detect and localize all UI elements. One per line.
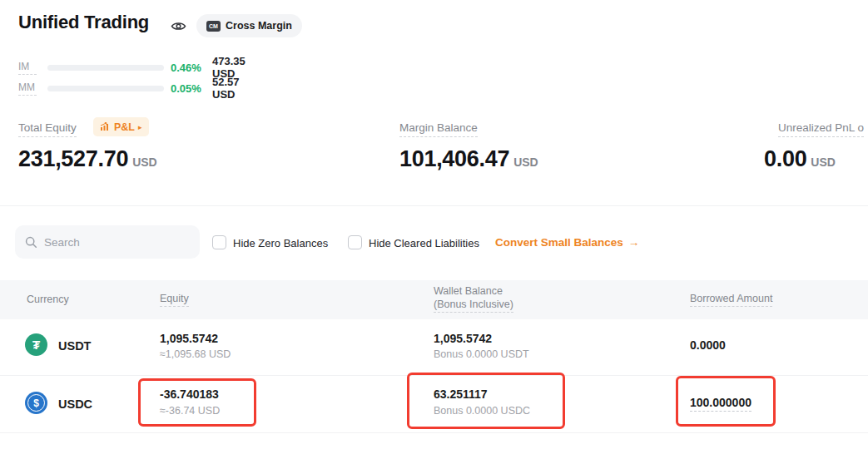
usdt-icon: ₮ <box>25 333 47 356</box>
usdt-wallet-balance: 1,095.5742 <box>434 332 492 345</box>
highlight-box-usdc-wallet <box>407 373 565 429</box>
total-equity-unit: USD <box>132 155 157 169</box>
unrealized-pnl-unit: USD <box>811 155 836 169</box>
hide-cleared-liabilities-label[interactable]: Hide Cleared Liabilities <box>369 237 479 249</box>
cross-margin-badge[interactable]: CM Cross Margin <box>196 14 302 37</box>
hide-zero-balances-checkbox[interactable] <box>212 235 226 249</box>
im-percent: 0.46% <box>171 62 201 74</box>
margin-balance-label: Margin Balance <box>399 121 478 137</box>
col-equity: Equity <box>160 293 189 307</box>
mm-label: MM <box>18 81 37 96</box>
table-header: Currency Equity Wallet Balance (Bonus In… <box>0 280 868 319</box>
total-equity-label: Total Equity <box>18 121 77 137</box>
page-title: Unified Trading <box>18 12 149 33</box>
convert-small-balances-link[interactable]: Convert Small Balances → <box>495 236 639 249</box>
arrow-right-icon: → <box>628 236 640 249</box>
unrealized-pnl-label: Unrealized PnL o <box>778 121 864 137</box>
usdt-equity-usd: ≈1,095.68 USD <box>160 348 231 360</box>
visibility-eye-icon[interactable] <box>171 20 186 36</box>
chart-icon <box>100 122 111 131</box>
margin-balance-value: 101,406.47USD <box>399 146 538 172</box>
usdc-symbol: USDC <box>58 397 92 411</box>
usdt-equity: 1,095.5742 <box>160 332 218 345</box>
search-icon <box>25 236 37 249</box>
hide-cleared-liabilities-checkbox[interactable] <box>348 235 362 249</box>
bottom-divider <box>0 432 868 433</box>
usdt-symbol: USDT <box>58 339 91 353</box>
margin-balance-unit: USD <box>513 155 538 169</box>
initial-margin-row: IM 0.46% 473.35 USD <box>18 61 37 74</box>
maintenance-margin-row: MM 0.05% 52.57 USD <box>18 81 37 95</box>
mm-percent: 0.05% <box>171 82 201 95</box>
col-borrowed: Borrowed Amount <box>690 293 772 307</box>
usdt-borrowed: 0.0000 <box>690 338 726 352</box>
unified-trading-panel: Unified Trading CM Cross Margin IM 0.46%… <box>0 0 868 459</box>
col-wallet-line1: Wallet Balance <box>434 285 503 297</box>
mm-amount: 52.57 USD <box>212 76 240 101</box>
search-input[interactable] <box>44 236 186 249</box>
highlight-box-usdc-equity <box>138 378 256 427</box>
im-label: IM <box>18 61 37 75</box>
caret-right-icon: ▸ <box>138 123 142 131</box>
unrealized-pnl-value: 0.00USD <box>764 146 836 172</box>
section-divider <box>0 205 868 206</box>
usdc-icon: $ <box>25 392 47 414</box>
usdt-wallet-bonus: Bonus 0.0000 USDT <box>434 348 529 360</box>
hide-zero-balances-label[interactable]: Hide Zero Balances <box>233 237 328 249</box>
pnl-badge[interactable]: P&L ▸ <box>93 117 149 136</box>
highlight-box-usdc-borrowed <box>676 376 776 427</box>
total-equity-value: 231,527.70USD <box>18 146 157 172</box>
cross-margin-icon: CM <box>206 21 221 32</box>
mm-progress-bar <box>47 86 164 91</box>
pnl-badge-label: P&L <box>114 121 135 133</box>
col-wallet-line2: (Bonus Inclusive) <box>434 299 513 313</box>
cross-margin-label: Cross Margin <box>226 20 292 32</box>
search-box[interactable] <box>15 225 200 259</box>
im-progress-bar <box>47 65 164 71</box>
col-currency: Currency <box>27 294 69 305</box>
